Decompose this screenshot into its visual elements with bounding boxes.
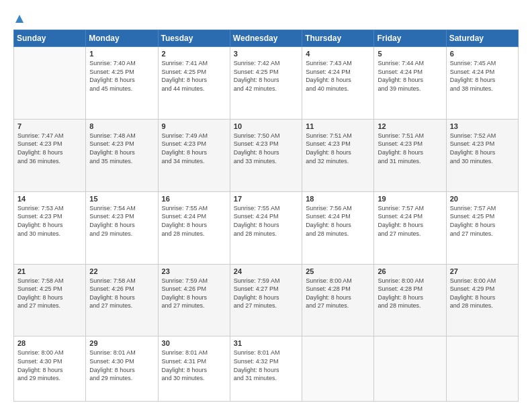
calendar-cell (14, 47, 86, 120)
day-info: Sunrise: 7:51 AM Sunset: 4:23 PM Dayligh… (306, 132, 370, 165)
day-info: Sunrise: 7:55 AM Sunset: 4:24 PM Dayligh… (234, 204, 298, 238)
calendar-cell: 14Sunrise: 7:53 AM Sunset: 4:23 PM Dayli… (14, 191, 86, 264)
weekday-header: Tuesday (158, 30, 230, 47)
day-number: 24 (234, 267, 298, 275)
calendar-cell: 26Sunrise: 8:00 AM Sunset: 4:28 PM Dayli… (374, 264, 446, 336)
calendar-cell: 4Sunrise: 7:43 AM Sunset: 4:24 PM Daylig… (302, 47, 374, 120)
day-number: 29 (89, 339, 154, 347)
day-info: Sunrise: 8:01 AM Sunset: 4:32 PM Dayligh… (234, 349, 298, 382)
calendar-cell: 11Sunrise: 7:51 AM Sunset: 4:23 PM Dayli… (302, 119, 374, 191)
logo (13, 12, 25, 23)
calendar-cell: 30Sunrise: 8:01 AM Sunset: 4:31 PM Dayli… (158, 336, 230, 402)
calendar-week-row: 1Sunrise: 7:40 AM Sunset: 4:25 PM Daylig… (14, 47, 519, 120)
day-info: Sunrise: 7:40 AM Sunset: 4:25 PM Dayligh… (89, 59, 154, 93)
day-info: Sunrise: 7:57 AM Sunset: 4:25 PM Dayligh… (450, 204, 515, 238)
calendar-cell: 31Sunrise: 8:01 AM Sunset: 4:32 PM Dayli… (230, 336, 302, 402)
calendar-cell: 20Sunrise: 7:57 AM Sunset: 4:25 PM Dayli… (446, 191, 518, 264)
weekday-header: Monday (86, 30, 158, 47)
day-number: 27 (450, 267, 515, 275)
day-info: Sunrise: 7:56 AM Sunset: 4:24 PM Dayligh… (306, 204, 370, 238)
calendar-cell: 22Sunrise: 7:58 AM Sunset: 4:26 PM Dayli… (86, 264, 158, 336)
day-number: 11 (306, 122, 370, 130)
calendar-cell: 13Sunrise: 7:52 AM Sunset: 4:23 PM Dayli… (446, 119, 518, 191)
calendar-cell: 3Sunrise: 7:42 AM Sunset: 4:25 PM Daylig… (230, 47, 302, 120)
weekday-header: Thursday (302, 30, 374, 47)
calendar-cell: 15Sunrise: 7:54 AM Sunset: 4:23 PM Dayli… (86, 191, 158, 264)
page: SundayMondayTuesdayWednesdayThursdayFrid… (0, 0, 532, 411)
day-info: Sunrise: 7:47 AM Sunset: 4:23 PM Dayligh… (17, 132, 82, 165)
calendar-cell: 10Sunrise: 7:50 AM Sunset: 4:23 PM Dayli… (230, 119, 302, 191)
day-info: Sunrise: 7:57 AM Sunset: 4:24 PM Dayligh… (378, 204, 442, 238)
calendar-cell (302, 336, 374, 402)
day-number: 26 (378, 267, 442, 275)
day-info: Sunrise: 7:50 AM Sunset: 4:23 PM Dayligh… (234, 132, 298, 165)
day-number: 20 (450, 195, 515, 203)
calendar-cell: 23Sunrise: 7:59 AM Sunset: 4:26 PM Dayli… (158, 264, 230, 336)
day-info: Sunrise: 7:44 AM Sunset: 4:24 PM Dayligh… (378, 59, 442, 93)
day-number: 9 (162, 122, 226, 130)
calendar-cell: 28Sunrise: 8:00 AM Sunset: 4:30 PM Dayli… (14, 336, 86, 402)
day-number: 16 (162, 195, 226, 203)
day-info: Sunrise: 7:55 AM Sunset: 4:24 PM Dayligh… (162, 204, 226, 238)
day-info: Sunrise: 7:51 AM Sunset: 4:23 PM Dayligh… (378, 132, 442, 165)
day-number: 5 (378, 50, 442, 58)
calendar-week-row: 7Sunrise: 7:47 AM Sunset: 4:23 PM Daylig… (14, 119, 519, 191)
calendar-week-row: 28Sunrise: 8:00 AM Sunset: 4:30 PM Dayli… (14, 336, 519, 402)
calendar-cell: 9Sunrise: 7:49 AM Sunset: 4:23 PM Daylig… (158, 119, 230, 191)
day-info: Sunrise: 7:43 AM Sunset: 4:24 PM Dayligh… (306, 59, 370, 93)
day-info: Sunrise: 8:00 AM Sunset: 4:29 PM Dayligh… (450, 277, 515, 310)
day-number: 30 (162, 339, 226, 347)
day-number: 12 (378, 122, 442, 130)
day-info: Sunrise: 7:42 AM Sunset: 4:25 PM Dayligh… (234, 59, 298, 93)
svg-marker-0 (15, 15, 24, 23)
day-info: Sunrise: 7:54 AM Sunset: 4:23 PM Dayligh… (89, 204, 154, 238)
calendar-cell: 16Sunrise: 7:55 AM Sunset: 4:24 PM Dayli… (158, 191, 230, 264)
day-number: 15 (89, 195, 154, 203)
weekday-header: Friday (374, 30, 446, 47)
day-number: 1 (89, 50, 154, 58)
calendar-cell: 25Sunrise: 8:00 AM Sunset: 4:28 PM Dayli… (302, 264, 374, 336)
day-number: 13 (450, 122, 515, 130)
calendar-cell (446, 336, 518, 402)
day-number: 17 (234, 195, 298, 203)
day-info: Sunrise: 7:41 AM Sunset: 4:25 PM Dayligh… (162, 59, 226, 93)
day-number: 4 (306, 50, 370, 58)
day-info: Sunrise: 7:59 AM Sunset: 4:26 PM Dayligh… (162, 277, 226, 310)
day-number: 31 (234, 339, 298, 347)
day-number: 3 (234, 50, 298, 58)
day-info: Sunrise: 7:58 AM Sunset: 4:26 PM Dayligh… (89, 277, 154, 310)
calendar-cell: 18Sunrise: 7:56 AM Sunset: 4:24 PM Dayli… (302, 191, 374, 264)
calendar-cell: 5Sunrise: 7:44 AM Sunset: 4:24 PM Daylig… (374, 47, 446, 120)
calendar-table: SundayMondayTuesdayWednesdayThursdayFrid… (13, 30, 519, 402)
day-number: 18 (306, 195, 370, 203)
calendar-cell: 29Sunrise: 8:01 AM Sunset: 4:30 PM Dayli… (86, 336, 158, 402)
calendar-cell: 21Sunrise: 7:58 AM Sunset: 4:25 PM Dayli… (14, 264, 86, 336)
day-info: Sunrise: 7:45 AM Sunset: 4:24 PM Dayligh… (450, 59, 515, 93)
calendar-cell: 24Sunrise: 7:59 AM Sunset: 4:27 PM Dayli… (230, 264, 302, 336)
calendar-cell: 2Sunrise: 7:41 AM Sunset: 4:25 PM Daylig… (158, 47, 230, 120)
day-number: 28 (17, 339, 82, 347)
day-number: 14 (17, 195, 82, 203)
weekday-header: Sunday (14, 30, 86, 47)
day-info: Sunrise: 7:52 AM Sunset: 4:23 PM Dayligh… (450, 132, 515, 165)
day-number: 2 (162, 50, 226, 58)
day-number: 8 (89, 122, 154, 130)
day-info: Sunrise: 8:00 AM Sunset: 4:28 PM Dayligh… (306, 277, 370, 310)
day-info: Sunrise: 8:00 AM Sunset: 4:30 PM Dayligh… (17, 349, 82, 382)
calendar-cell (374, 336, 446, 402)
calendar-week-row: 21Sunrise: 7:58 AM Sunset: 4:25 PM Dayli… (14, 264, 519, 336)
day-info: Sunrise: 7:49 AM Sunset: 4:23 PM Dayligh… (162, 132, 226, 165)
calendar-week-row: 14Sunrise: 7:53 AM Sunset: 4:23 PM Dayli… (14, 191, 519, 264)
day-info: Sunrise: 8:01 AM Sunset: 4:30 PM Dayligh… (89, 349, 154, 382)
calendar-cell: 6Sunrise: 7:45 AM Sunset: 4:24 PM Daylig… (446, 47, 518, 120)
day-number: 23 (162, 267, 226, 275)
day-number: 22 (89, 267, 154, 275)
day-number: 19 (378, 195, 442, 203)
calendar-cell: 7Sunrise: 7:47 AM Sunset: 4:23 PM Daylig… (14, 119, 86, 191)
day-info: Sunrise: 7:53 AM Sunset: 4:23 PM Dayligh… (17, 204, 82, 238)
day-info: Sunrise: 7:58 AM Sunset: 4:25 PM Dayligh… (17, 277, 82, 310)
day-info: Sunrise: 7:59 AM Sunset: 4:27 PM Dayligh… (234, 277, 298, 310)
weekday-header: Wednesday (230, 30, 302, 47)
day-info: Sunrise: 7:48 AM Sunset: 4:23 PM Dayligh… (89, 132, 154, 165)
calendar-cell: 27Sunrise: 8:00 AM Sunset: 4:29 PM Dayli… (446, 264, 518, 336)
